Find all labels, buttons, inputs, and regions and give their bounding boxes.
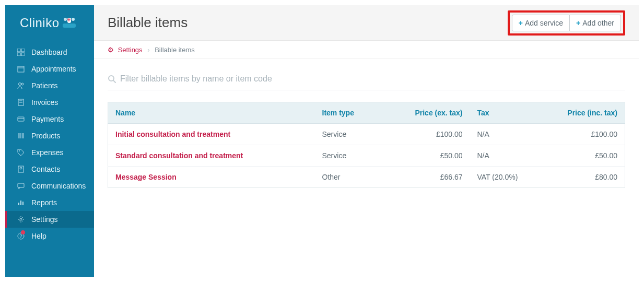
svg-point-24 <box>20 167 22 169</box>
item-link[interactable]: Initial consultation and treatment <box>115 130 230 138</box>
svg-rect-25 <box>18 183 24 187</box>
sidebar-item-products[interactable]: Products <box>5 127 94 144</box>
sidebar-item-help[interactable]: ?Help <box>5 228 94 244</box>
barcode-icon <box>17 132 25 139</box>
sidebar-item-label: Appointments <box>31 65 76 73</box>
billable-items-table: Name Item type Price (ex. tax) Tax Price… <box>108 102 625 188</box>
plus-icon: + <box>576 19 580 27</box>
sidebar-item-expenses[interactable]: Expenses <box>5 144 94 161</box>
calendar-icon <box>17 65 25 73</box>
cell-type: Service <box>315 145 393 167</box>
breadcrumb-current: Billable items <box>155 46 195 54</box>
svg-rect-4 <box>17 49 20 52</box>
cell-name: Message Session <box>108 167 315 188</box>
cell-name: Initial consultation and treatment <box>108 124 315 145</box>
col-price-inc[interactable]: Price (inc. tax) <box>547 102 625 124</box>
svg-point-1 <box>72 18 75 21</box>
svg-rect-5 <box>21 49 25 52</box>
cell-type: Other <box>315 167 393 188</box>
svg-rect-3 <box>63 24 76 28</box>
cell-tax: N/A <box>470 145 548 167</box>
search-wrap <box>108 65 625 90</box>
sidebar-item-label: Communications <box>31 182 86 190</box>
sidebar-nav: DashboardAppointmentsPatientsInvoicesPay… <box>5 41 94 244</box>
cell-price-ex: £66.67 <box>392 167 470 188</box>
sidebar-item-label: Contacts <box>31 165 60 173</box>
cell-tax: N/A <box>470 124 548 145</box>
content: Name Item type Price (ex. tax) Tax Price… <box>94 58 639 202</box>
svg-rect-7 <box>21 53 25 56</box>
svg-point-29 <box>20 218 22 220</box>
notification-badge <box>21 230 25 234</box>
chat-icon <box>17 182 25 190</box>
svg-point-11 <box>21 83 24 85</box>
table-row: Message SessionOther£66.67VAT (20.0%)£80… <box>108 167 625 188</box>
add-service-button[interactable]: + Add service <box>512 15 570 31</box>
col-name[interactable]: Name <box>108 102 315 124</box>
sidebar-item-patients[interactable]: Patients <box>5 77 94 94</box>
sidebar-item-appointments[interactable]: Appointments <box>5 61 94 77</box>
chevron-right-icon: › <box>147 46 149 54</box>
chart-icon <box>17 199 25 206</box>
cell-price-ex: £100.00 <box>392 124 470 145</box>
page-title: Billable items <box>108 15 188 31</box>
item-link[interactable]: Standard consultation and treatment <box>115 151 243 160</box>
page-header: Billable items + Add service + Add other <box>94 5 639 41</box>
main: Billable items + Add service + Add other… <box>94 5 639 277</box>
sidebar-item-settings[interactable]: Settings <box>5 211 94 228</box>
brand: Cliniko <box>5 5 94 41</box>
sidebar-item-label: Help <box>31 232 46 240</box>
sidebar-item-reports[interactable]: Reports <box>5 194 94 211</box>
sidebar-item-label: Invoices <box>31 98 58 107</box>
sidebar-item-label: Payments <box>31 115 64 123</box>
sidebar-item-dashboard[interactable]: Dashboard <box>5 44 94 61</box>
sidebar-item-label: Patients <box>31 81 58 90</box>
gear-icon <box>17 216 25 223</box>
cell-price-inc: £80.00 <box>547 167 625 188</box>
dashboard-icon <box>17 49 25 56</box>
breadcrumb: ⚙ Settings › Billable items <box>94 41 639 58</box>
invoice-icon <box>17 99 25 106</box>
svg-point-0 <box>64 18 67 21</box>
sidebar-item-label: Dashboard <box>31 48 67 56</box>
card-icon <box>17 115 25 123</box>
table-row: Standard consultation and treatmentServi… <box>108 145 625 167</box>
item-link[interactable]: Message Session <box>115 173 177 181</box>
sidebar-item-label: Products <box>31 132 60 140</box>
add-service-label: Add service <box>525 19 563 27</box>
cell-type: Service <box>315 124 393 145</box>
cell-price-inc: £100.00 <box>547 124 625 145</box>
table-row: Initial consultation and treatmentServic… <box>108 124 625 145</box>
sidebar-item-contacts[interactable]: Contacts <box>5 161 94 178</box>
search-icon <box>108 75 116 83</box>
cell-tax: VAT (20.0%) <box>470 167 548 188</box>
sidebar: Cliniko DashboardAppointmentsPatientsInv… <box>5 5 94 277</box>
sidebar-item-label: Expenses <box>31 148 63 157</box>
add-other-label: Add other <box>582 19 614 27</box>
sidebar-item-label: Reports <box>31 198 57 207</box>
svg-rect-6 <box>17 53 20 56</box>
brand-logo-icon <box>63 17 76 29</box>
sidebar-item-label: Settings <box>31 215 58 224</box>
plus-icon: + <box>519 19 523 27</box>
gear-icon: ⚙ <box>108 46 114 54</box>
cell-name: Standard consultation and treatment <box>108 145 315 167</box>
col-type[interactable]: Item type <box>315 102 393 124</box>
col-price-ex[interactable]: Price (ex. tax) <box>392 102 470 124</box>
svg-point-22 <box>19 150 20 151</box>
cell-price-inc: £50.00 <box>547 145 625 167</box>
cell-price-ex: £50.00 <box>392 145 470 167</box>
svg-point-10 <box>19 83 21 86</box>
search-input[interactable] <box>120 74 625 84</box>
add-other-button[interactable]: + Add other <box>570 15 621 31</box>
header-actions-highlight: + Add service + Add other <box>508 10 625 36</box>
breadcrumb-root[interactable]: Settings <box>118 46 143 54</box>
svg-line-33 <box>113 80 115 83</box>
svg-rect-8 <box>18 66 24 72</box>
col-tax[interactable]: Tax <box>470 102 548 124</box>
sidebar-item-payments[interactable]: Payments <box>5 111 94 127</box>
users-icon <box>17 82 25 89</box>
sidebar-item-communications[interactable]: Communications <box>5 178 94 194</box>
sidebar-item-invoices[interactable]: Invoices <box>5 94 94 111</box>
brand-name: Cliniko <box>20 16 60 30</box>
